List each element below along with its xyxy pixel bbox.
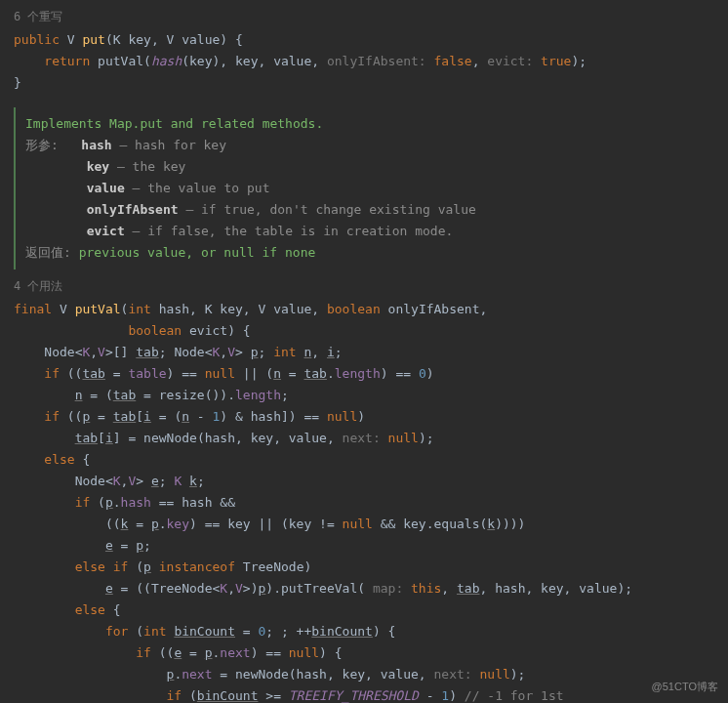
code-line: if ((tab = table) == null || (n = tab.le… bbox=[14, 363, 728, 385]
code-line: public V put(K key, V value) { bbox=[14, 29, 728, 51]
code-line: if ((p = tab[i = (n - 1) & hash]) == nul… bbox=[14, 406, 728, 428]
code-line: p.next = newNode(hash, key, value, next:… bbox=[14, 664, 728, 685]
overrides-hint[interactable]: 6 个重写 bbox=[14, 6, 728, 27]
doc-summary: Implements Map.put and related methods. bbox=[25, 113, 728, 135]
code-line: Node<K,V>[] tab; Node<K,V> p; int n, i; bbox=[14, 342, 728, 363]
doc-param: key – the key bbox=[25, 156, 728, 178]
code-line: for (int binCount = 0; ; ++binCount) { bbox=[14, 621, 728, 642]
javadoc-block: Implements Map.put and related methods. … bbox=[14, 107, 728, 269]
code-line: n = (tab = resize()).length; bbox=[14, 385, 728, 406]
code-line: else { bbox=[14, 600, 728, 621]
code-line: if ((e = p.next) == null) { bbox=[14, 642, 728, 664]
code-line: } bbox=[14, 72, 728, 94]
code-line: else { bbox=[14, 449, 728, 471]
code-line: if (binCount >= TREEIFY_THRESHOLD - 1) /… bbox=[14, 685, 728, 703]
code-editor[interactable]: 6 个重写 public V put(K key, V value) { ret… bbox=[0, 6, 728, 703]
code-line: Node<K,V> e; K k; bbox=[14, 471, 728, 492]
code-line: boolean evict) { bbox=[14, 320, 728, 342]
usages-hint[interactable]: 4 个用法 bbox=[14, 275, 728, 297]
watermark: @51CTO博客 bbox=[652, 676, 718, 697]
code-line: final V putVal(int hash, K key, V value,… bbox=[14, 299, 728, 320]
code-line: tab[i] = newNode(hash, key, value, next:… bbox=[14, 428, 728, 449]
doc-param: evict – if false, the table is in creati… bbox=[25, 221, 728, 242]
doc-param: value – the value to put bbox=[25, 178, 728, 199]
doc-param: 形参: hash – hash for key bbox=[25, 135, 728, 156]
code-line: e = p; bbox=[14, 535, 728, 557]
doc-returns: 返回值: previous value, or null if none bbox=[25, 242, 728, 264]
code-line: if (p.hash == hash && bbox=[14, 492, 728, 514]
code-line: return putVal(hash(key), key, value, onl… bbox=[14, 51, 728, 72]
code-line: ((k = p.key) == key || (key != null && k… bbox=[14, 514, 728, 535]
code-line: e = ((TreeNode<K,V>)p).putTreeVal( map: … bbox=[14, 578, 728, 600]
doc-param: onlyIfAbsent – if true, don't change exi… bbox=[25, 199, 728, 221]
code-line: else if (p instanceof TreeNode) bbox=[14, 557, 728, 578]
